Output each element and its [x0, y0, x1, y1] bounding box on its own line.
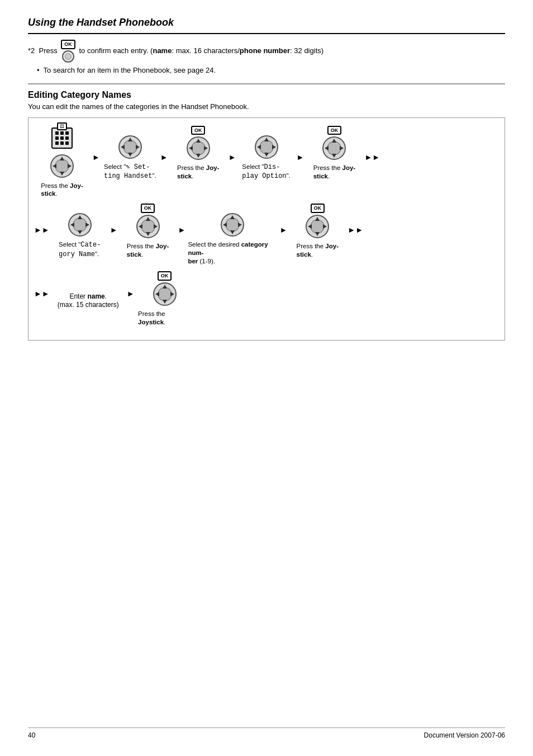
ok-label-3: OK: [191, 126, 206, 135]
step-4-label: Select "Dis-play Option".: [242, 163, 291, 181]
double-arrow-3-start: ►►: [34, 289, 50, 298]
step-9: OK Press the Joy-stick.: [289, 204, 345, 258]
svg-point-47: [141, 220, 155, 233]
diagram-row-2: ►► Select "Cate-gory Name". ► OK: [34, 204, 499, 266]
arrow-4: ►: [297, 153, 304, 162]
svg-rect-3: [65, 131, 69, 135]
note-line: *2 Press OK to confirm each entry. (name…: [28, 40, 505, 63]
joystick-icon-6: [68, 212, 92, 237]
svg-point-59: [311, 220, 324, 233]
double-arrow-1: ►►: [364, 153, 380, 162]
step-1: ◫: [34, 126, 90, 199]
ok-label-inline: OK: [61, 40, 75, 49]
svg-point-11: [55, 159, 69, 173]
arrow-7: ►: [178, 225, 186, 234]
step-5-label: Press the Joy-stick.: [313, 164, 355, 181]
step-7: OK Press the Joy-stick.: [120, 204, 176, 258]
step-2: Select "✎ Set-ting Handset".: [102, 126, 158, 181]
step-9-label: Press the Joy-stick.: [297, 242, 339, 259]
svg-point-35: [327, 141, 341, 155]
step-8-label: Select the desired category num-ber (1-9…: [188, 240, 277, 266]
section-desc: You can edit the names of the categories…: [28, 102, 505, 111]
svg-point-65: [158, 287, 172, 301]
step-10: OK Press the Joystick.: [137, 271, 193, 326]
step-3: OK Press the Joy-stick.: [170, 126, 226, 181]
svg-rect-8: [60, 141, 64, 145]
joystick-icon-4: [254, 135, 279, 159]
svg-rect-6: [65, 136, 69, 140]
step-10-label: Press the Joystick.: [138, 310, 191, 327]
joystick-icon-1: [50, 154, 74, 178]
joystick-icon-8: [220, 212, 245, 237]
step-1-label: Press the Joy-stick.: [41, 182, 83, 199]
svg-rect-2: [60, 131, 64, 135]
arrow-3: ►: [229, 153, 236, 162]
step-4: Select "Dis-play Option".: [239, 126, 294, 181]
svg-rect-5: [60, 136, 64, 140]
ok-circle-10: [153, 282, 177, 306]
step-2-label: Select "✎ Set-ting Handset".: [104, 163, 156, 181]
ok-label-10: OK: [158, 271, 172, 281]
double-arrow-2-end: ►►: [348, 225, 363, 234]
arrow-2: ►: [160, 153, 168, 162]
svg-point-53: [226, 218, 239, 231]
arrow-enter: ►: [127, 289, 135, 298]
double-arrow-2-start: ►►: [34, 225, 50, 234]
ok-circle-7: [136, 214, 160, 239]
ok-circle-inline: [62, 50, 74, 63]
ok-circle-5: [322, 136, 346, 160]
svg-rect-1: [55, 131, 59, 135]
svg-point-17: [123, 140, 137, 154]
document-version: Document Version 2007-06: [424, 731, 505, 739]
ok-label-9: OK: [311, 204, 325, 213]
joystick-icon-2: [118, 135, 142, 159]
footer: 40 Document Version 2007-06: [28, 727, 505, 739]
arrow-1: ►: [92, 153, 100, 162]
step-7-label: Press the Joy-stick.: [127, 242, 169, 259]
page-number: 40: [28, 731, 35, 739]
step-6-label: Select "Cate-gory Name".: [59, 240, 101, 259]
diagram-row-1: ◫: [34, 126, 499, 199]
svg-point-29: [260, 140, 273, 154]
step-3-label: Press the Joy-stick.: [177, 164, 219, 181]
diagram-box: ◫: [28, 117, 505, 341]
step-6: Select "Cate-gory Name".: [52, 204, 108, 259]
step-5: OK Press the Joy-stick.: [306, 126, 362, 181]
svg-point-23: [192, 141, 205, 155]
section-title: Editing Category Names: [28, 83, 505, 100]
svg-rect-4: [55, 136, 59, 140]
ok-circle-9: [305, 214, 330, 239]
page-title: Using the Handset Phonebook: [28, 17, 505, 34]
ok-label-7: OK: [141, 204, 155, 213]
arrow-6: ►: [110, 225, 118, 234]
bullet-line: • To search for an item in the Phonebook…: [37, 66, 505, 74]
arrow-8: ►: [279, 225, 287, 234]
svg-point-41: [73, 218, 87, 231]
svg-rect-9: [65, 141, 69, 145]
step-enter-name: Enter name.(max. 15 characters): [52, 288, 125, 310]
ok-circle-3: [186, 136, 211, 160]
diagram-row-3: ►► Enter name.(max. 15 characters) ► OK …: [34, 271, 499, 326]
svg-rect-7: [55, 141, 59, 145]
enter-name-label: Enter name.(max. 15 characters): [58, 292, 119, 310]
step-8: Select the desired category num-ber (1-9…: [188, 204, 277, 266]
ok-label-5: OK: [327, 126, 342, 135]
